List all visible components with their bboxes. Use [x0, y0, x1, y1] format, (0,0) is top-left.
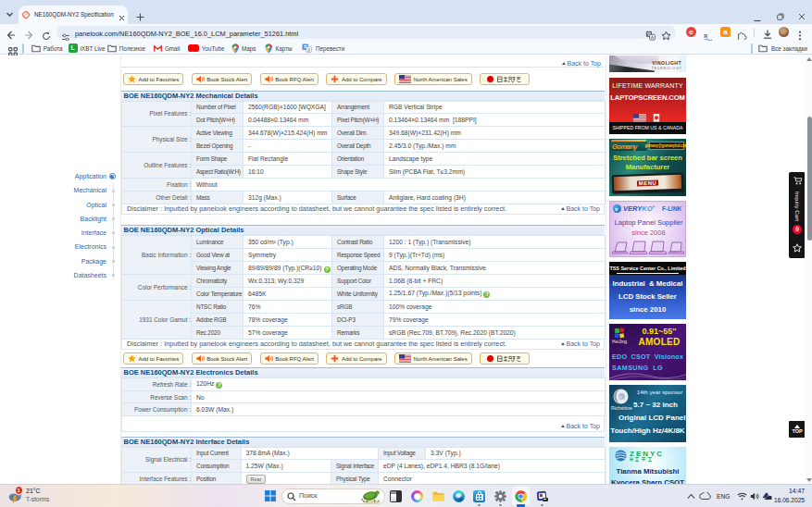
svg-text:R: R [619, 395, 622, 400]
svg-text:я: я [704, 32, 707, 39]
